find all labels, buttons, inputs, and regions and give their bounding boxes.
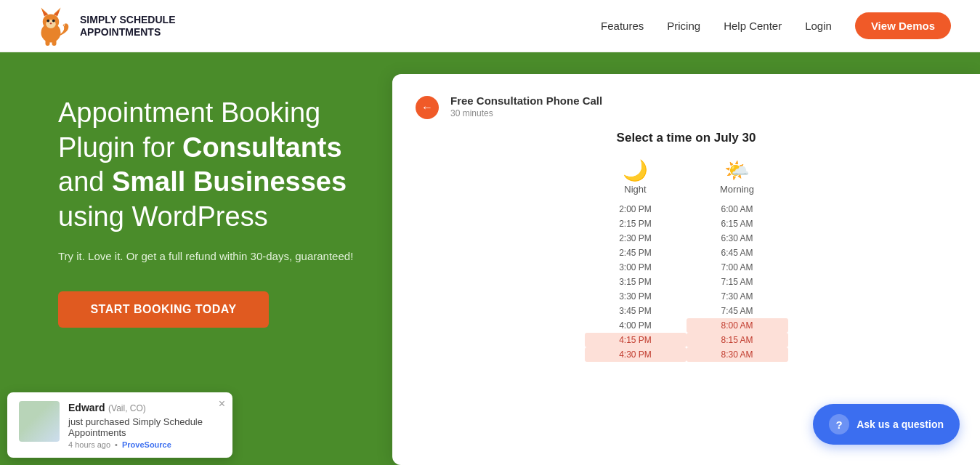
morning-column: 🌤️ Morning 6:00 AM 6:15 AM 6:30 AM 6:45 … xyxy=(687,158,788,362)
logo-text: SIMPLY SCHEDULE APPOINTMENTS xyxy=(80,14,175,39)
time-slot[interactable]: 6:00 AM xyxy=(687,202,788,217)
time-slot[interactable]: 3:45 PM xyxy=(585,304,687,318)
notification-content: Edward (Vail, CO) just purchased Simply … xyxy=(68,401,221,449)
svg-point-7 xyxy=(46,19,49,22)
time-slot[interactable]: 2:30 PM xyxy=(585,231,687,246)
notification-source[interactable]: ProveSource xyxy=(122,440,171,449)
logo: SIMPLY SCHEDULE APPOINTMENTS xyxy=(29,4,175,48)
notification-name-line: Edward (Vail, CO) xyxy=(68,401,221,414)
time-slot-highlighted[interactable]: 8:15 AM xyxy=(687,333,788,347)
time-slot[interactable]: 7:30 AM xyxy=(687,289,788,304)
notification-dot: • xyxy=(115,440,118,449)
time-slot-highlighted[interactable]: 4:30 PM xyxy=(585,347,687,362)
time-slot[interactable]: 6:45 AM xyxy=(687,246,788,260)
notification-footer: 4 hours ago • ProveSource xyxy=(68,440,221,449)
time-slot[interactable]: 2:45 PM xyxy=(585,246,687,260)
widget-header: ← Free Consultation Phone Call 30 minute… xyxy=(416,94,957,119)
notification-time: 4 hours ago xyxy=(68,440,110,449)
svg-rect-10 xyxy=(46,39,50,46)
appointment-duration: 30 minutes xyxy=(450,108,602,118)
time-slot[interactable]: 7:00 AM xyxy=(687,260,788,275)
navbar: SIMPLY SCHEDULE APPOINTMENTS Features Pr… xyxy=(0,0,980,52)
time-slot[interactable]: 6:15 AM xyxy=(687,217,788,231)
time-slot-highlighted[interactable]: 8:30 AM xyxy=(687,347,788,362)
time-slot[interactable]: 6:30 AM xyxy=(687,231,788,246)
morning-header: 🌤️ Morning xyxy=(687,158,788,195)
hero-subtext: Try it. Love it. Or get a full refund wi… xyxy=(58,248,356,265)
time-slot[interactable]: 4:00 PM xyxy=(585,318,687,333)
time-slot-highlighted[interactable]: 8:00 AM xyxy=(687,318,788,333)
view-demos-button[interactable]: View Demos xyxy=(855,12,951,39)
chat-label: Ask us a question xyxy=(857,418,944,430)
chat-icon: ? xyxy=(829,414,849,434)
night-label: Night xyxy=(624,184,646,195)
map-image xyxy=(19,401,60,442)
select-time-heading: Select a time on July 30 xyxy=(416,131,957,145)
back-button[interactable]: ← xyxy=(416,96,439,119)
svg-marker-5 xyxy=(42,9,48,15)
svg-rect-11 xyxy=(52,39,57,46)
notification-map xyxy=(19,401,60,442)
notification-popup: Edward (Vail, CO) just purchased Simply … xyxy=(7,392,232,458)
notification-location: (Vail, CO) xyxy=(108,403,146,413)
time-slot[interactable]: 7:15 AM xyxy=(687,275,788,289)
time-slot-highlighted[interactable]: 4:15 PM xyxy=(585,333,687,347)
svg-marker-6 xyxy=(54,9,60,15)
nav-help-center[interactable]: Help Center xyxy=(724,20,782,32)
night-header: 🌙 Night xyxy=(585,158,687,195)
time-columns: 🌙 Night 2:00 PM 2:15 PM 2:30 PM 2:45 PM … xyxy=(416,158,957,362)
morning-label: Morning xyxy=(720,184,754,195)
notification-name: Edward xyxy=(68,402,105,413)
hero-heading: Appointment BookingPlugin for Consultant… xyxy=(58,96,356,234)
night-column: 🌙 Night 2:00 PM 2:15 PM 2:30 PM 2:45 PM … xyxy=(585,158,687,362)
notification-text: just purchased Simply Schedule Appointme… xyxy=(68,416,221,438)
chat-button[interactable]: ? Ask us a question xyxy=(813,404,960,445)
morning-icon: 🌤️ xyxy=(724,158,750,182)
time-slot[interactable]: 3:15 PM xyxy=(585,275,687,289)
time-slot[interactable]: 2:15 PM xyxy=(585,217,687,231)
time-slot[interactable]: 3:00 PM xyxy=(585,260,687,275)
nav-pricing[interactable]: Pricing xyxy=(667,20,700,32)
night-icon: 🌙 xyxy=(623,158,648,182)
fox-logo-icon xyxy=(29,4,73,48)
time-slot[interactable]: 7:45 AM xyxy=(687,304,788,318)
hero-section: Appointment BookingPlugin for Consultant… xyxy=(0,52,980,465)
start-booking-button[interactable]: START BOOKING TODAY xyxy=(58,291,269,328)
svg-point-9 xyxy=(50,23,52,24)
appointment-title: Free Consultation Phone Call xyxy=(450,94,602,107)
appointment-info: Free Consultation Phone Call 30 minutes xyxy=(450,94,602,118)
nav-login[interactable]: Login xyxy=(805,20,832,32)
svg-point-8 xyxy=(52,19,55,22)
nav-links: Features Pricing Help Center Login View … xyxy=(601,12,951,39)
time-slot[interactable]: 3:30 PM xyxy=(585,289,687,304)
nav-features[interactable]: Features xyxy=(601,20,644,32)
time-slot[interactable]: 2:00 PM xyxy=(585,202,687,217)
close-notification-button[interactable]: × xyxy=(219,398,225,410)
